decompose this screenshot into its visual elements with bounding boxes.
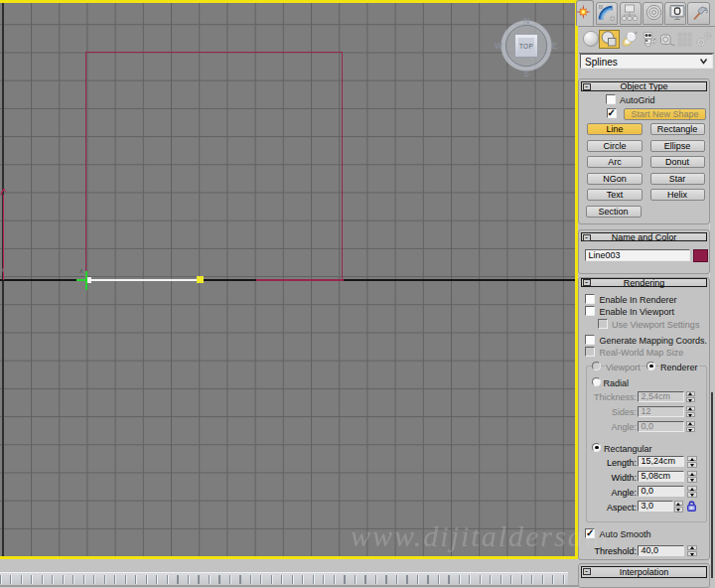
svg-text:TOP: TOP <box>519 43 533 50</box>
svg-text:N: N <box>523 16 529 26</box>
svg-text:S: S <box>523 69 529 78</box>
svg-text:W: W <box>495 41 502 51</box>
svg-text:E: E <box>552 41 558 51</box>
